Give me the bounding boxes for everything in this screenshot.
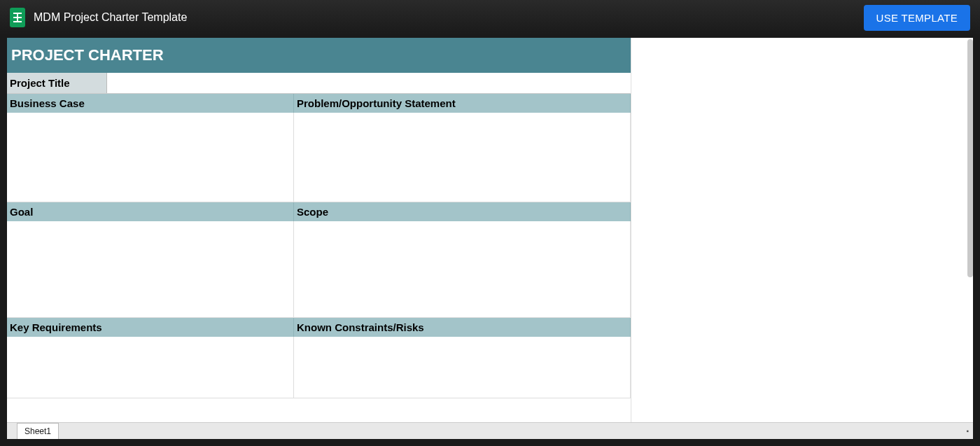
sheet-tab-sheet1[interactable]: Sheet1	[17, 423, 59, 439]
section-headers-row-1: Business Case Problem/Opportunity Statem…	[7, 94, 631, 113]
problem-statement-header[interactable]: Problem/Opportunity Statement	[294, 94, 631, 113]
scope-cell[interactable]	[294, 221, 631, 318]
vertical-scrollbar[interactable]	[967, 39, 973, 277]
document-title: MDM Project Charter Template	[34, 11, 187, 24]
problem-statement-cell[interactable]	[294, 113, 631, 202]
topbar-left: MDM Project Charter Template	[10, 8, 187, 27]
scope-header[interactable]: Scope	[294, 202, 631, 221]
sheet-content[interactable]: PROJECT CHARTER Project Title Business C…	[7, 38, 967, 422]
section-body-row-1	[7, 113, 631, 202]
workspace: PROJECT CHARTER Project Title Business C…	[0, 35, 980, 446]
section-headers-row-2: Goal Scope	[7, 202, 631, 221]
sheet-viewport: PROJECT CHARTER Project Title Business C…	[7, 38, 973, 439]
project-title-row: Project Title	[7, 73, 631, 94]
known-constraints-header[interactable]: Known Constraints/Risks	[294, 318, 631, 337]
business-case-header[interactable]: Business Case	[7, 94, 294, 113]
use-template-button[interactable]: USE TEMPLATE	[864, 5, 970, 31]
project-title-value-cell[interactable]	[107, 73, 631, 93]
business-case-cell[interactable]	[7, 113, 294, 202]
section-body-row-3	[7, 337, 631, 398]
sheet-tabs-bar: Sheet1 ▪	[7, 422, 973, 439]
sheet-tabs-spacer	[7, 423, 17, 439]
blank-area[interactable]	[631, 38, 967, 422]
goal-cell[interactable]	[7, 221, 294, 318]
section-headers-row-3: Key Requirements Known Constraints/Risks	[7, 318, 631, 337]
known-constraints-cell[interactable]	[294, 337, 631, 398]
key-requirements-header[interactable]: Key Requirements	[7, 318, 294, 337]
tab-overflow-icon[interactable]: ▪	[966, 427, 969, 435]
key-requirements-cell[interactable]	[7, 337, 294, 398]
project-title-label-cell[interactable]: Project Title	[7, 73, 107, 93]
goal-header[interactable]: Goal	[7, 202, 294, 221]
section-body-row-2	[7, 221, 631, 318]
sheets-icon	[10, 8, 25, 27]
topbar: MDM Project Charter Template USE TEMPLAT…	[0, 0, 980, 35]
charter-heading: PROJECT CHARTER	[7, 38, 631, 73]
